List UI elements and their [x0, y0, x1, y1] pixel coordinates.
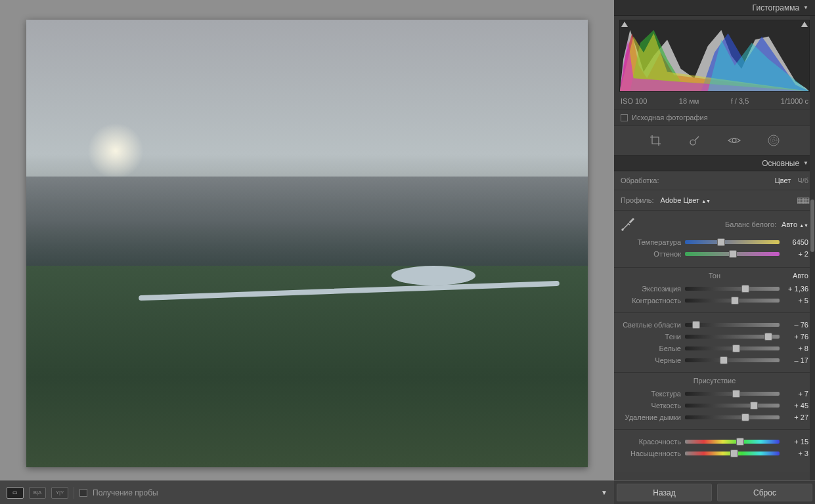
- toolbar-bottom: ▭ B|A Y|Y Получение пробы ▼: [0, 480, 614, 504]
- reset-button[interactable]: Сброс: [717, 484, 812, 501]
- shadows-value[interactable]: + 76: [783, 333, 808, 341]
- svg-point-1: [732, 138, 736, 142]
- whites-label: Белые: [621, 345, 681, 352]
- exif-info: ISO 100 18 мм f / 3,5 1/1000 с: [614, 96, 815, 109]
- right-panel: Гистограмма ▼ ISO 100 18 мм: [614, 0, 815, 504]
- highlight-clipping-icon[interactable]: [801, 22, 808, 27]
- texture-value[interactable]: + 7: [783, 390, 808, 398]
- tint-slider[interactable]: [685, 252, 780, 256]
- svg-point-3: [770, 137, 777, 144]
- tint-label: Оттенок: [621, 250, 681, 258]
- exif-iso: ISO 100: [621, 97, 647, 105]
- vibrance-label: Красочность: [621, 438, 681, 446]
- dehaze-slider[interactable]: [685, 415, 780, 419]
- back-button[interactable]: Назад: [617, 484, 712, 501]
- histogram-title: Гистограмма: [753, 3, 799, 12]
- exif-focal: 18 мм: [679, 97, 699, 105]
- contrast-label: Контрастность: [621, 297, 681, 304]
- blacks-label: Черные: [621, 356, 681, 364]
- texture-slider[interactable]: [685, 392, 780, 396]
- blacks-value[interactable]: – 17: [783, 356, 808, 364]
- whites-value[interactable]: + 8: [783, 345, 808, 352]
- right-panel-scrollbar[interactable]: [810, 16, 815, 480]
- crop-tool-icon[interactable]: [649, 134, 662, 147]
- saturation-slider[interactable]: [685, 452, 780, 455]
- presence-section-title: Присутствие: [694, 377, 736, 385]
- clarity-label: Четкость: [621, 402, 681, 410]
- chevron-down-icon: ▼: [803, 160, 808, 166]
- treatment-bw[interactable]: Ч/б: [797, 177, 808, 184]
- photo-preview: [26, 20, 588, 467]
- vibrance-value[interactable]: + 15: [783, 438, 808, 446]
- exif-aperture: f / 3,5: [731, 97, 749, 105]
- sampling-label: Получение пробы: [93, 488, 158, 497]
- profile-browser-icon[interactable]: ▦▦: [797, 196, 808, 205]
- masking-tool-icon[interactable]: [767, 134, 780, 147]
- view-mode-compare-before-after-h[interactable]: B|A: [29, 487, 46, 499]
- scrollbar-thumb[interactable]: [810, 200, 814, 252]
- clarity-slider[interactable]: [685, 404, 780, 408]
- highlights-value[interactable]: – 76: [783, 321, 808, 329]
- tone-auto-button[interactable]: Авто: [793, 272, 808, 280]
- highlights-label: Светлые области: [621, 321, 681, 329]
- saturation-label: Насыщенность: [621, 450, 681, 457]
- exposure-label: Экспозиция: [621, 285, 681, 293]
- dehaze-value[interactable]: + 27: [783, 413, 808, 421]
- saturation-value[interactable]: + 3: [783, 450, 808, 457]
- basic-title: Основные: [762, 159, 799, 168]
- clarity-value[interactable]: + 45: [783, 402, 808, 410]
- profile-label: Профиль:: [621, 196, 654, 204]
- tone-section-title: Тон: [709, 272, 720, 280]
- svg-point-4: [772, 139, 775, 142]
- treatment-color[interactable]: Цвет: [775, 177, 791, 184]
- contrast-value[interactable]: + 5: [783, 297, 808, 304]
- shadows-slider[interactable]: [685, 335, 780, 339]
- shadow-clipping-icon[interactable]: [621, 22, 628, 27]
- whites-slider[interactable]: [685, 346, 780, 350]
- exif-shutter: 1/1000 с: [781, 97, 808, 105]
- basic-panel-header[interactable]: Основные ▼: [614, 156, 815, 171]
- svg-point-5: [622, 229, 623, 230]
- original-photo-label: Исходная фотография: [632, 114, 708, 121]
- white-balance-picker-icon[interactable]: [621, 217, 635, 232]
- profile-select[interactable]: Adobe Цвет ▲▼: [661, 196, 790, 204]
- sampling-checkbox[interactable]: [79, 489, 87, 497]
- tint-value[interactable]: + 2: [783, 250, 808, 258]
- histogram-panel-header[interactable]: Гистограмма ▼: [614, 0, 815, 16]
- tool-strip: [614, 126, 815, 156]
- exposure-value[interactable]: + 1,36: [783, 285, 808, 293]
- view-mode-compare-before-after-v[interactable]: Y|Y: [51, 487, 68, 499]
- original-photo-checkbox[interactable]: [621, 114, 628, 121]
- temperature-slider[interactable]: [685, 240, 780, 244]
- chevron-down-icon: ▼: [803, 5, 808, 10]
- highlights-slider[interactable]: [685, 323, 780, 327]
- temperature-label: Температура: [621, 238, 681, 246]
- temperature-value[interactable]: 6450: [783, 238, 808, 246]
- exposure-slider[interactable]: [685, 287, 780, 291]
- svg-point-2: [768, 135, 779, 146]
- blacks-slider[interactable]: [685, 358, 780, 362]
- view-mode-loupe[interactable]: ▭: [7, 487, 24, 499]
- contrast-slider[interactable]: [685, 299, 780, 303]
- vibrance-slider[interactable]: [685, 440, 780, 444]
- histogram[interactable]: [619, 20, 810, 92]
- redeye-tool-icon[interactable]: [728, 134, 741, 147]
- wb-preset-select[interactable]: Авто ▲▼: [782, 220, 808, 228]
- shadows-label: Тени: [621, 333, 681, 341]
- texture-label: Текстура: [621, 390, 681, 398]
- spot-removal-icon[interactable]: [688, 134, 701, 147]
- svg-point-0: [690, 140, 695, 145]
- wb-label: Баланс белого:: [725, 220, 776, 228]
- dehaze-label: Удаление дымки: [621, 413, 681, 421]
- treatment-label: Обработка:: [621, 177, 659, 184]
- toolbar-collapse-icon[interactable]: ▼: [601, 489, 607, 496]
- image-viewport[interactable]: [0, 0, 614, 480]
